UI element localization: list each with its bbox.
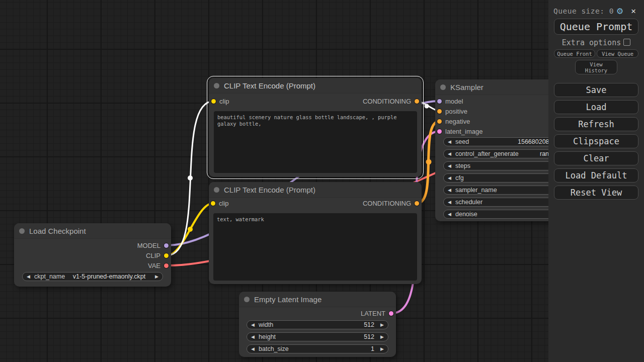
- collapse-dot-icon[interactable]: [244, 297, 250, 302]
- node-load-checkpoint[interactable]: Load Checkpoint MODEL CLIP VAE ◀ ckpt_na…: [14, 223, 171, 287]
- comfy-menu-panel: Queue size: 0 ⚙ ✕ Queue Prompt Extra opt…: [548, 0, 644, 362]
- queue-prompt-button[interactable]: Queue Prompt: [554, 19, 638, 35]
- queue-status-row: Queue size: 0 ⚙ ✕: [553, 6, 640, 17]
- comfyui-canvas[interactable]: CLIP Text Encode (Prompt) clip CONDITION…: [0, 0, 644, 362]
- node-clip-text-encode-negative[interactable]: CLIP Text Encode (Prompt) clip CONDITION…: [209, 182, 422, 284]
- node-title-bar[interactable]: CLIP Text Encode (Prompt): [209, 182, 422, 198]
- decrement-arrow-icon[interactable]: ◀: [448, 188, 451, 193]
- link-dot-clip-positive: [188, 175, 193, 180]
- widget-value: v1-5-pruned-emaonly.ckpt: [68, 273, 150, 280]
- batch-size-widget[interactable]: ◀ batch_size 1 ▶: [247, 344, 388, 353]
- refresh-button[interactable]: Refresh: [554, 117, 638, 131]
- node-title-bar[interactable]: Empty Latent Image: [239, 292, 396, 307]
- conditioning-output-label: CONDITIONING: [363, 200, 411, 207]
- model-input-port[interactable]: [437, 99, 442, 104]
- queue-front-button[interactable]: Queue Front: [554, 49, 595, 58]
- clip-input-label: clip: [219, 98, 229, 105]
- wire-clip-negative: [167, 203, 213, 255]
- latent-image-input-port[interactable]: [437, 129, 442, 134]
- decrement-arrow-icon[interactable]: ◀: [448, 175, 451, 180]
- settings-gear-icon[interactable]: ⚙: [617, 5, 623, 17]
- latent-image-input-label: latent_image: [445, 128, 482, 135]
- load-default-button[interactable]: Load Default: [554, 168, 638, 183]
- prompt-textarea[interactable]: text, watermark: [213, 213, 417, 281]
- vae-output-label: VAE: [148, 262, 160, 269]
- decrement-arrow-icon[interactable]: ◀: [448, 200, 451, 205]
- negative-input-port[interactable]: [437, 119, 442, 124]
- collapse-dot-icon[interactable]: [214, 83, 219, 88]
- conditioning-output-label: CONDITIONING: [363, 98, 411, 105]
- positive-input-label: positive: [445, 108, 467, 115]
- node-title: Empty Latent Image: [254, 295, 321, 304]
- increment-arrow-icon[interactable]: ▶: [380, 322, 384, 327]
- node-title: CLIP Text Encode (Prompt): [224, 186, 315, 194]
- close-icon[interactable]: ✕: [631, 6, 636, 16]
- link-dot-cond-positive: [425, 104, 429, 109]
- collapse-dot-icon[interactable]: [214, 187, 219, 193]
- prompt-textarea[interactable]: beautiful scenery nature glass bottle la…: [214, 111, 417, 173]
- vae-output-port[interactable]: [164, 263, 169, 268]
- extra-options-row: Extra options: [548, 38, 644, 47]
- increment-arrow-icon[interactable]: ▶: [380, 334, 384, 339]
- increment-arrow-icon[interactable]: ▶: [380, 346, 384, 351]
- widget-label: sampler_name: [455, 187, 497, 194]
- decrement-arrow-icon[interactable]: ◀: [448, 212, 451, 217]
- model-output-port[interactable]: [164, 243, 169, 248]
- view-queue-button[interactable]: View Queue: [597, 49, 638, 58]
- clip-input-port[interactable]: [211, 201, 215, 206]
- link-dot-cond-negative: [426, 159, 432, 165]
- negative-input-label: negative: [445, 118, 470, 125]
- widget-label: seed: [455, 138, 469, 145]
- collapse-dot-icon[interactable]: [440, 84, 446, 90]
- ckpt-name-widget[interactable]: ◀ ckpt_name v1-5-pruned-emaonly.ckpt ▶: [22, 272, 163, 281]
- clear-button[interactable]: Clear: [554, 151, 638, 165]
- reset-view-button[interactable]: Reset View: [554, 186, 638, 200]
- widget-value: 512: [364, 321, 374, 328]
- extra-options-label: Extra options: [562, 38, 621, 47]
- widget-label: control_after_generate: [455, 150, 519, 157]
- widget-label: ckpt_name: [34, 273, 65, 280]
- widget-label: cfg: [455, 174, 464, 182]
- queue-size-label: Queue size: 0: [553, 7, 614, 15]
- node-title-bar[interactable]: CLIP Text Encode (Prompt): [209, 78, 422, 94]
- link-dot-clip-negative: [188, 227, 193, 232]
- clipspace-button[interactable]: Clipspace: [554, 134, 638, 148]
- clip-input-port[interactable]: [211, 99, 216, 104]
- conditioning-output-port[interactable]: [415, 201, 419, 206]
- clip-output-label: CLIP: [146, 252, 160, 259]
- widget-label: denoise: [455, 211, 477, 218]
- widget-label: height: [259, 333, 276, 340]
- widget-label: batch_size: [259, 345, 289, 352]
- decrement-arrow-icon[interactable]: ◀: [251, 346, 255, 351]
- extra-options-checkbox[interactable]: [623, 39, 630, 46]
- node-title: KSampler: [450, 83, 484, 92]
- view-history-button[interactable]: View History: [575, 60, 617, 74]
- widget-value: 512: [364, 333, 374, 340]
- width-widget[interactable]: ◀ width 512 ▶: [247, 320, 388, 329]
- height-widget[interactable]: ◀ height 512 ▶: [247, 332, 388, 341]
- widget-label: steps: [455, 162, 470, 169]
- node-clip-text-encode-positive[interactable]: CLIP Text Encode (Prompt) clip CONDITION…: [209, 78, 422, 177]
- increment-arrow-icon[interactable]: ▶: [155, 274, 158, 279]
- decrement-arrow-icon[interactable]: ◀: [448, 139, 451, 144]
- model-input-label: model: [445, 98, 463, 105]
- decrement-arrow-icon[interactable]: ◀: [448, 163, 451, 168]
- positive-input-port[interactable]: [437, 109, 442, 114]
- collapse-dot-icon[interactable]: [19, 228, 25, 234]
- node-title-bar[interactable]: Load Checkpoint: [14, 223, 171, 239]
- wire-clip-positive-highlighted: [167, 101, 214, 255]
- node-empty-latent-image[interactable]: Empty Latent Image LATENT ◀ width 512 ▶ …: [239, 292, 396, 357]
- load-button[interactable]: Load: [554, 100, 638, 114]
- save-button[interactable]: Save: [554, 83, 638, 97]
- clip-output-port[interactable]: [164, 253, 169, 258]
- latent-output-label: LATENT: [361, 310, 385, 317]
- widget-label: width: [259, 321, 273, 328]
- decrement-arrow-icon[interactable]: ◀: [448, 151, 451, 156]
- decrement-arrow-icon[interactable]: ◀: [251, 322, 255, 327]
- decrement-arrow-icon[interactable]: ◀: [251, 334, 255, 339]
- model-output-label: MODEL: [137, 242, 160, 249]
- latent-output-port[interactable]: [389, 311, 393, 316]
- clip-input-label: clip: [219, 200, 229, 207]
- decrement-arrow-icon[interactable]: ◀: [27, 274, 30, 279]
- conditioning-output-port[interactable]: [415, 99, 419, 104]
